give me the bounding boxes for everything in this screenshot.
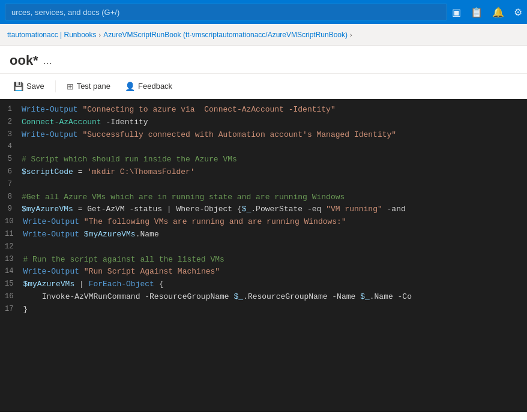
breadcrumb-runbooks[interactable]: ttautomationacc | Runbooks	[7, 31, 97, 39]
bell-icon[interactable]: 🔔	[492, 7, 504, 18]
line-number: 6	[0, 166, 22, 178]
line-number: 2	[0, 116, 22, 128]
title-more-options[interactable]: ...	[43, 55, 52, 67]
feedback-button[interactable]: 👤 Feedback	[119, 79, 178, 94]
breadcrumb-runbook-detail[interactable]: AzureVMScriptRunBook (tt-vmscriptautomat…	[103, 31, 348, 39]
settings-icon[interactable]: ⚙	[514, 7, 522, 18]
code-line: 15$myAzureVMs | ForEach-Object {	[0, 278, 527, 291]
line-content	[22, 141, 26, 154]
line-number: 14	[0, 266, 23, 277]
code-line: 7	[0, 179, 527, 191]
line-content: Write-Output $myAzureVMs.Name	[23, 229, 158, 241]
line-content: Write-Output "The following VMs are runn…	[23, 216, 346, 229]
code-line: 4	[0, 141, 527, 154]
search-box[interactable]: urces, services, and docs (G+/)	[5, 4, 447, 20]
line-content: Write-Output "Successfully connected wit…	[22, 129, 396, 142]
code-line: 16 Invoke-AzVMRunCommand -ResourceGroupN…	[0, 291, 527, 304]
code-line: 9$myAzureVMs = Get-AzVM -status | Where-…	[0, 203, 527, 216]
feedback-icon[interactable]: 📋	[471, 7, 483, 18]
line-content: }	[23, 304, 28, 316]
test-pane-label: Test pane	[77, 82, 110, 91]
terminal-icon[interactable]: ▣	[452, 7, 461, 18]
save-icon: 💾	[13, 82, 23, 91]
code-editor[interactable]: 1Write-Output "Connecting to azure via C…	[0, 99, 527, 412]
line-number: 15	[0, 278, 23, 290]
test-pane-button[interactable]: ⊞ Test pane	[61, 79, 116, 94]
line-content	[22, 179, 26, 191]
code-line: 6$scriptCode = 'mkdir C:\ThomasFolder'	[0, 166, 527, 179]
feedback-label: Feedback	[138, 82, 172, 91]
code-line: 3Write-Output "Successfully connected wi…	[0, 129, 527, 142]
save-label: Save	[26, 82, 44, 91]
line-content: Invoke-AzVMRunCommand -ResourceGroupName…	[23, 291, 412, 304]
line-content: # Run the script against all the listed …	[23, 254, 224, 266]
line-number: 7	[0, 179, 22, 190]
code-line: 11Write-Output $myAzureVMs.Name	[0, 229, 527, 241]
line-number: 9	[0, 203, 22, 215]
line-number: 13	[0, 254, 23, 265]
line-number: 8	[0, 191, 22, 203]
line-content: $myAzureVMs | ForEach-Object {	[23, 278, 163, 291]
breadcrumb-sep-2: ›	[350, 31, 352, 38]
top-bar: urces, services, and docs (G+/) ▣ 📋 🔔 ⚙	[0, 0, 527, 24]
search-text: urces, services, and docs (G+/)	[11, 8, 119, 17]
line-content: $myAzureVMs = Get-AzVM -status | Where-O…	[22, 203, 406, 216]
line-number: 1	[0, 104, 22, 115]
save-button[interactable]: 💾 Save	[7, 79, 50, 94]
code-line: 17}	[0, 304, 527, 316]
breadcrumb: ttautomationacc | Runbooks › AzureVMScri…	[0, 24, 527, 46]
code-line: 8#Get all Azure VMs which are in running…	[0, 191, 527, 204]
code-line: 10Write-Output "The following VMs are ru…	[0, 216, 527, 229]
line-number: 3	[0, 129, 22, 140]
top-bar-icons: ▣ 📋 🔔 ⚙	[452, 7, 522, 18]
code-line: 13# Run the script against all the liste…	[0, 254, 527, 266]
code-line: 2Connect-AzAccount -Identity	[0, 116, 527, 129]
feedback-person-icon: 👤	[125, 82, 135, 91]
code-line: 5# Script which should run inside the Az…	[0, 154, 527, 166]
line-content: # Script which should run inside the Azu…	[22, 154, 237, 166]
line-content: Write-Output "Connecting to azure via Co…	[22, 104, 336, 116]
line-number: 10	[0, 216, 23, 227]
code-line: 14Write-Output "Run Script Against Machi…	[0, 266, 527, 278]
page-title: ook*	[10, 53, 38, 68]
page-title-bar: ook* ...	[0, 46, 527, 74]
line-number: 12	[0, 241, 23, 253]
test-pane-icon: ⊞	[67, 82, 74, 91]
line-content: $scriptCode = 'mkdir C:\ThomasFolder'	[22, 166, 195, 179]
line-content	[23, 241, 28, 254]
line-content: #Get all Azure VMs which are in running …	[22, 191, 345, 204]
code-line: 12	[0, 241, 527, 254]
line-number: 4	[0, 141, 22, 152]
line-number: 16	[0, 291, 23, 302]
line-number: 5	[0, 154, 22, 165]
line-number: 11	[0, 229, 23, 240]
code-line: 1Write-Output "Connecting to azure via C…	[0, 104, 527, 116]
line-content: Connect-AzAccount -Identity	[22, 116, 148, 129]
toolbar-divider-1	[55, 80, 56, 92]
toolbar: 💾 Save ⊞ Test pane 👤 Feedback	[0, 74, 527, 99]
breadcrumb-sep-1: ›	[99, 31, 101, 38]
line-content: Write-Output "Run Script Against Machine…	[23, 266, 220, 278]
line-number: 17	[0, 304, 23, 315]
